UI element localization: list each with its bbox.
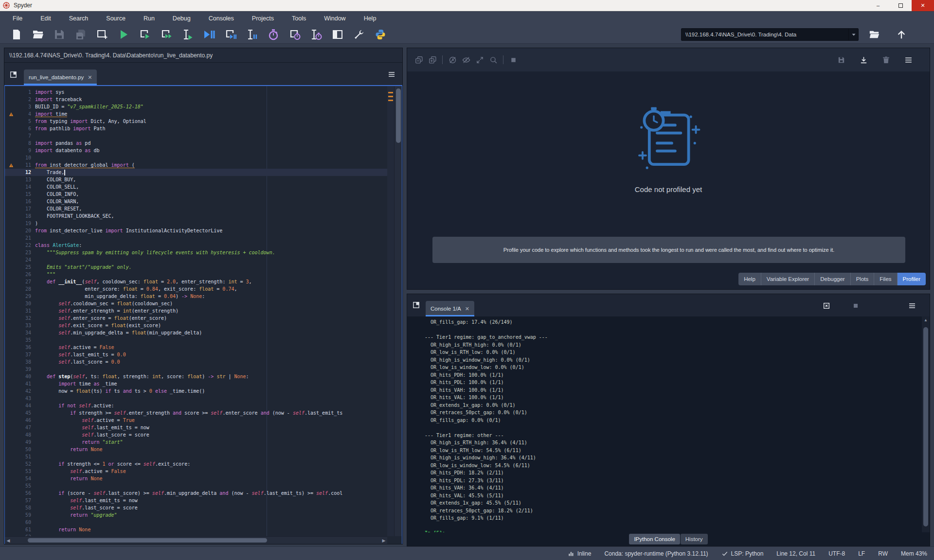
code-line[interactable]: 59 return "upgrade" [5, 511, 387, 519]
line-number[interactable]: 42 [18, 388, 31, 394]
line-number[interactable]: 61 [18, 527, 31, 532]
line-number[interactable]: 33 [18, 323, 31, 328]
code-line[interactable]: 5from typing import Dict, Any, Optional [5, 118, 387, 125]
code-line[interactable]: 53 self.active = False [5, 468, 387, 475]
line-number[interactable]: 38 [18, 359, 31, 365]
line-number[interactable]: 14 [18, 184, 31, 190]
code-line[interactable]: 24 [5, 256, 387, 263]
line-number[interactable]: 6 [18, 126, 31, 131]
editor-options-menu-icon[interactable] [388, 70, 397, 80]
code-line[interactable]: 12 Trade, [5, 169, 387, 176]
status-conda[interactable]: Conda: spyder-runtime (Python 3.12.11) [604, 550, 708, 557]
menu-tools[interactable]: Tools [292, 15, 306, 22]
menu-source[interactable]: Source [106, 15, 126, 22]
save-icon[interactable] [49, 27, 70, 42]
show-time-icon[interactable] [446, 53, 459, 66]
editor-vertical-scrollbar[interactable] [394, 86, 402, 536]
code-line[interactable]: 54 return None [5, 475, 387, 482]
warning-icon[interactable] [5, 112, 18, 117]
hide-internal-icon[interactable] [459, 53, 473, 66]
close-button[interactable]: ✕ [912, 0, 934, 11]
line-number[interactable]: 26 [18, 272, 31, 277]
code-line[interactable]: 56 if (score - self.last_score) >= self.… [5, 490, 387, 497]
code-line[interactable]: 17 COLOR_RESET, [5, 205, 387, 212]
line-number[interactable]: 50 [18, 447, 31, 452]
code-line[interactable]: 3BUILD_ID = "v7_spamkiller_2025-12-18" [5, 103, 387, 110]
warning-flag[interactable] [388, 96, 393, 97]
minimize-button[interactable]: – [867, 0, 889, 11]
line-number[interactable]: 37 [18, 352, 31, 357]
code-line[interactable]: 35 [5, 336, 387, 344]
open-file-icon[interactable] [27, 27, 49, 42]
run-cell-advance-icon[interactable] [156, 27, 177, 42]
line-number[interactable]: 4 [18, 111, 31, 117]
line-number[interactable]: 22 [18, 243, 31, 248]
code-line[interactable]: 48 self.last_score = score [5, 431, 387, 438]
line-number[interactable]: 47 [18, 425, 31, 430]
line-number[interactable]: 1 [18, 89, 31, 95]
warning-flag[interactable] [388, 100, 393, 101]
line-number[interactable]: 13 [18, 177, 31, 182]
line-number[interactable]: 12 [18, 170, 31, 175]
menu-run[interactable]: Run [144, 15, 155, 22]
new-file-icon[interactable] [6, 27, 27, 42]
line-number[interactable]: 10 [18, 155, 31, 160]
run-icon[interactable] [113, 27, 134, 42]
console-vertical-scrollbar[interactable]: ▲ [922, 316, 930, 532]
code-line[interactable]: 32 self.enter_score = float(enter_score) [5, 315, 387, 322]
scrollbar-thumb[interactable] [923, 327, 928, 526]
code-line[interactable]: 9import databento as db [5, 147, 387, 154]
line-number[interactable]: 17 [18, 206, 31, 211]
line-number[interactable]: 5 [18, 119, 31, 124]
code-line[interactable]: 20from inst_detector_live import Institu… [5, 227, 387, 234]
save-results-icon[interactable] [834, 53, 848, 66]
console-prompt[interactable]: In [5]: [425, 529, 922, 532]
code-line[interactable]: 28 enter_score: float = 0.84, exit_score… [5, 285, 387, 293]
remove-variables-icon[interactable] [821, 300, 832, 311]
pane-tab-plots[interactable]: Plots [851, 273, 875, 285]
scroll-up-icon[interactable]: ▲ [924, 318, 928, 322]
code-line[interactable]: 47 self.last_emit_ts = now [5, 424, 387, 431]
menu-projects[interactable]: Projects [252, 15, 274, 22]
status-inline[interactable]: Inline [568, 550, 592, 557]
stop-icon[interactable] [506, 53, 520, 66]
debug-selection-icon[interactable] [241, 27, 263, 42]
line-number[interactable]: 8 [18, 140, 31, 146]
line-number[interactable]: 39 [18, 367, 31, 372]
menu-search[interactable]: Search [69, 15, 89, 22]
line-number[interactable]: 9 [18, 148, 31, 153]
code-line[interactable]: 21 [5, 234, 387, 242]
status-rw[interactable]: RW [878, 550, 888, 557]
code-line[interactable]: 57 self.last_emit_ts = now [5, 497, 387, 504]
line-number[interactable]: 60 [18, 520, 31, 525]
code-line[interactable]: 40 def step(self, ts: float, strength: i… [5, 373, 387, 380]
line-number[interactable]: 29 [18, 294, 31, 299]
pane-tab-files[interactable]: Files [874, 273, 897, 285]
line-number[interactable]: 59 [18, 512, 31, 518]
code-line[interactable]: 61 return None [5, 526, 387, 533]
chevron-down-icon[interactable] [848, 29, 858, 40]
search-icon[interactable] [486, 53, 500, 66]
code-line[interactable]: 51 [5, 453, 387, 460]
code-line[interactable]: 45 if strength >= self.enter_strength an… [5, 409, 387, 417]
load-results-icon[interactable] [857, 53, 870, 66]
code-line[interactable]: 25 Emits "start"/"upgrade" only. [5, 263, 387, 271]
run-selection-icon[interactable] [177, 27, 198, 42]
line-number[interactable]: 31 [18, 308, 31, 314]
profile-icon[interactable] [263, 27, 284, 42]
line-number[interactable]: 58 [18, 505, 31, 510]
profile-cell-icon[interactable] [284, 27, 305, 42]
line-number[interactable]: 45 [18, 410, 31, 416]
working-directory-combo[interactable]: \\192.168.4.74\NAS_Drive\0. Trading\4. D… [681, 28, 859, 41]
code-line[interactable]: 6from pathlib import Path [5, 125, 387, 132]
scrollbar-thumb[interactable] [28, 538, 267, 542]
code-editor[interactable]: 1import sys2import traceback3BUILD_ID = … [4, 85, 402, 544]
code-line[interactable]: 36 self.active = False [5, 344, 387, 351]
code-line[interactable]: 50 return None [5, 446, 387, 453]
code-line[interactable]: 2import traceback [5, 96, 387, 103]
line-number[interactable]: 48 [18, 432, 31, 438]
code-line[interactable]: 26 """ [5, 271, 387, 278]
code-line[interactable]: 37 self.last_emit_ts = 0.0 [5, 351, 387, 358]
line-number[interactable]: 3 [18, 104, 31, 109]
pane-tab-profiler[interactable]: Profiler [898, 273, 926, 285]
